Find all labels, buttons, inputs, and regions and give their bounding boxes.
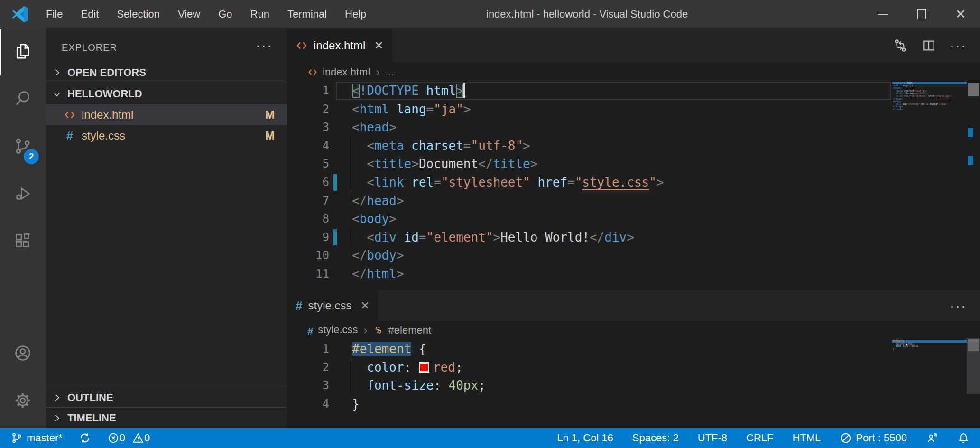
scrollbar-thumb[interactable] — [968, 83, 979, 96]
tab-style-css[interactable]: # style.css ✕ — [287, 290, 379, 321]
code-line[interactable]: 5 <title>Document</title> — [287, 155, 980, 173]
menu-selection[interactable]: Selection — [108, 0, 169, 28]
scrollbar[interactable] — [967, 338, 980, 394]
timeline-section[interactable]: TIMELINE — [46, 407, 287, 428]
code-line[interactable]: 2 color: red; — [287, 358, 980, 377]
status-language-mode[interactable]: HTML — [792, 432, 821, 444]
activity-bottom — [0, 330, 46, 425]
explorer-more-actions-icon[interactable]: ··· — [256, 38, 273, 52]
tab-bar: index.html ✕ ··· — [287, 28, 980, 62]
file-index-html[interactable]: index.htmlM — [46, 104, 287, 125]
code-line[interactable]: 6 <link rel="stylesheet" href="style.css… — [287, 173, 980, 192]
scrollbar-thumb[interactable] — [968, 339, 979, 351]
minimap[interactable]: 1<!DOCTYPE html>2<html lang="ja">3<head>… — [892, 82, 967, 289]
menu-edit[interactable]: Edit — [72, 0, 108, 28]
activity-run-and-debug[interactable] — [0, 171, 46, 218]
editor-code-css[interactable]: 1#element {2 color: red;3 font-size: 40p… — [287, 340, 980, 427]
split-editor-icon[interactable] — [921, 38, 936, 53]
status-encoding[interactable]: UTF-8 — [698, 432, 727, 444]
breadcrumb-file[interactable]: #style.css — [307, 324, 358, 337]
editor-actions: ··· — [943, 290, 973, 321]
close-tab-icon[interactable]: ✕ — [360, 299, 370, 312]
modified-overview-mark — [968, 128, 973, 137]
maximize-button[interactable] — [902, 0, 941, 28]
line-number: 1 — [287, 340, 329, 358]
code-line[interactable]: 3<head> — [287, 118, 980, 137]
code-line[interactable]: 4 <meta charset="utf-8"> — [287, 137, 980, 155]
activity-bar: 2 — [0, 28, 46, 428]
code-line[interactable]: 4} — [287, 395, 980, 413]
menu-go[interactable]: Go — [209, 0, 241, 28]
file-label: index.html — [82, 108, 133, 121]
activity-settings[interactable] — [0, 378, 46, 425]
code-line[interactable]: 8<body> — [287, 210, 980, 228]
vscode-logo-icon — [11, 6, 28, 23]
status-label: CRLF — [746, 432, 773, 444]
code-line[interactable]: 3 font-size: 40px; — [287, 376, 980, 395]
open-changes-icon[interactable] — [893, 38, 908, 53]
status-git-branch[interactable]: master* — [10, 432, 63, 444]
tab-index-html[interactable]: index.html ✕ — [287, 28, 392, 62]
file-style-css[interactable]: #style.cssM — [46, 125, 287, 146]
folder-section[interactable]: HELLOWORLD — [46, 84, 287, 104]
activity-extensions[interactable] — [0, 218, 46, 266]
outline-section[interactable]: OUTLINE — [46, 387, 287, 408]
status-problems[interactable]: 00 — [107, 432, 157, 444]
minimize-button[interactable] — [863, 0, 902, 28]
status-eol[interactable]: CRLF — [746, 432, 773, 444]
line-number: 3 — [287, 118, 329, 137]
status-notifications[interactable] — [957, 432, 970, 444]
status-indentation[interactable]: Spaces: 2 — [632, 432, 679, 444]
tab-label: index.html — [314, 39, 365, 52]
code-line[interactable]: 11</html> — [287, 265, 980, 283]
breadcrumb-symbol[interactable]: ... — [385, 66, 394, 78]
html-file-icon — [296, 39, 308, 52]
status-live-server-port[interactable]: Port : 5500 — [840, 432, 907, 444]
activity-accounts[interactable] — [0, 330, 46, 378]
git-modified-badge: M — [265, 129, 275, 142]
file-list: index.htmlM#style.cssM — [46, 104, 287, 146]
status-cursor-position[interactable]: Ln 1, Col 16 — [557, 432, 613, 444]
menu-file[interactable]: File — [37, 0, 72, 28]
more-actions-icon[interactable]: ··· — [950, 38, 967, 53]
activity-source-control[interactable]: 2 — [0, 123, 46, 171]
maximize-icon — [917, 9, 926, 19]
line-number: 2 — [287, 358, 329, 377]
breadcrumb-symbol[interactable]: #element — [373, 324, 432, 336]
close-button[interactable]: ✕ — [941, 0, 980, 28]
search-icon — [13, 89, 32, 110]
color-swatch-red[interactable] — [419, 362, 429, 373]
line-number: 10 — [287, 246, 329, 265]
activity-search[interactable] — [0, 76, 46, 123]
more-actions-icon[interactable]: ··· — [950, 299, 967, 313]
menu-help[interactable]: Help — [336, 0, 375, 28]
code-line[interactable]: 2<html lang="ja"> — [287, 100, 980, 119]
code-line[interactable]: 1#element { — [287, 340, 980, 358]
code-line[interactable]: 9 <div id="element">Hello World!</div> — [287, 228, 980, 247]
code-line[interactable]: 7</head> — [287, 192, 980, 210]
minimap[interactable]: 1#element {2 color: red;3 font-size: 40p… — [892, 340, 967, 393]
menu-view[interactable]: View — [169, 0, 209, 28]
menu-run[interactable]: Run — [241, 0, 278, 28]
code-line[interactable]: 10</body> — [287, 246, 980, 265]
line-number: 11 — [287, 265, 329, 283]
indent-guide — [352, 228, 352, 247]
line-number: 5 — [287, 155, 329, 173]
menu-terminal[interactable]: Terminal — [278, 0, 336, 28]
close-tab-icon[interactable]: ✕ — [374, 39, 383, 52]
status-sync[interactable] — [79, 432, 91, 444]
color-swatch-red[interactable] — [906, 343, 907, 345]
activity-explorer[interactable] — [0, 28, 46, 76]
status-feedback[interactable] — [926, 432, 938, 444]
line-number: 1 — [287, 82, 329, 100]
line-number: 4 — [287, 137, 329, 155]
editor-code-html[interactable]: 1<!DOCTYPE html>2<html lang="ja">3<head>… — [287, 82, 980, 290]
open-editors-section[interactable]: OPEN EDITORS — [46, 62, 287, 83]
tab-label: style.css — [308, 299, 351, 312]
run-debug-icon — [13, 184, 32, 205]
breadcrumb-separator: › — [364, 324, 368, 337]
gear-icon — [13, 391, 32, 412]
breadcrumb-file[interactable]: index.html — [307, 66, 370, 78]
code-line[interactable]: 1<!DOCTYPE html> — [287, 82, 980, 100]
scrollbar[interactable] — [967, 82, 980, 289]
